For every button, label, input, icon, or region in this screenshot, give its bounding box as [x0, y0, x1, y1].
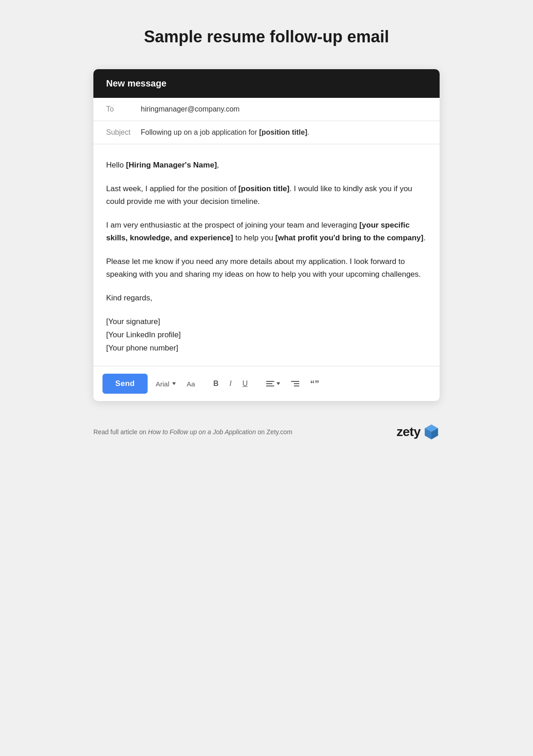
to-field: To hiringmanager@company.com: [93, 98, 440, 121]
greeting-paragraph: Hello [Hiring Manager's Name],: [106, 159, 427, 172]
signature-line-2: [Your LinkedIn profile]: [106, 329, 427, 342]
zety-logo: zety: [397, 424, 440, 440]
footer-article-link[interactable]: How to Follow up on a Job Application: [148, 428, 256, 436]
text-align-button[interactable]: [263, 379, 283, 388]
email-toolbar: Send Arial Aa B I U: [93, 366, 440, 401]
indent-icon: [291, 381, 299, 386]
send-button[interactable]: Send: [102, 374, 148, 394]
footer-text: Read full article on How to Follow up on…: [93, 428, 292, 436]
email-card: New message To hiringmanager@company.com…: [93, 69, 440, 401]
font-size-selector[interactable]: Aa: [184, 378, 198, 390]
zety-brand-name: zety: [397, 425, 420, 439]
blockquote-button[interactable]: “”: [308, 377, 322, 390]
to-value[interactable]: hiringmanager@company.com: [141, 105, 240, 113]
indent-button[interactable]: [288, 379, 302, 388]
closing-text: Kind regards,: [106, 292, 427, 304]
email-header: New message: [93, 69, 440, 98]
font-family-label: Arial: [156, 380, 169, 388]
body-paragraph-3: Please let me know if you need any more …: [106, 255, 427, 281]
email-body: Hello [Hiring Manager's Name], Last week…: [93, 144, 440, 366]
subject-label: Subject: [106, 128, 133, 137]
bold-button[interactable]: B: [210, 378, 221, 390]
profit-placeholder: [what profit you'd bring to the company]: [275, 233, 423, 242]
subject-value[interactable]: Following up on a job application for [p…: [141, 128, 309, 137]
align-lines-icon: [266, 381, 274, 386]
subject-position-placeholder: [position title]: [259, 128, 308, 136]
signature-line-1: [Your signature]: [106, 315, 427, 329]
signature-block: [Your signature] [Your LinkedIn profile]…: [106, 315, 427, 355]
signature-line-3: [Your phone number]: [106, 342, 427, 355]
to-label: To: [106, 105, 133, 113]
italic-button[interactable]: I: [227, 378, 234, 390]
subject-field: Subject Following up on a job applicatio…: [93, 121, 440, 144]
font-family-selector[interactable]: Arial: [153, 378, 179, 390]
new-message-title: New message: [106, 78, 166, 88]
font-family-chevron-icon: [172, 382, 176, 385]
footer: Read full article on How to Follow up on…: [93, 424, 440, 440]
body-paragraph-2: I am very enthusiastic at the prospect o…: [106, 219, 427, 244]
underline-button[interactable]: U: [240, 378, 251, 390]
zety-cube-icon: [423, 424, 440, 440]
hiring-manager-placeholder: [Hiring Manager's Name]: [126, 161, 217, 169]
align-chevron-icon: [277, 382, 280, 385]
font-size-label: Aa: [187, 380, 195, 388]
page-title: Sample resume follow-up email: [144, 27, 389, 46]
body-paragraph-1: Last week, I applied for the position of…: [106, 183, 427, 208]
position-title-placeholder-1: [position title]: [238, 184, 289, 193]
